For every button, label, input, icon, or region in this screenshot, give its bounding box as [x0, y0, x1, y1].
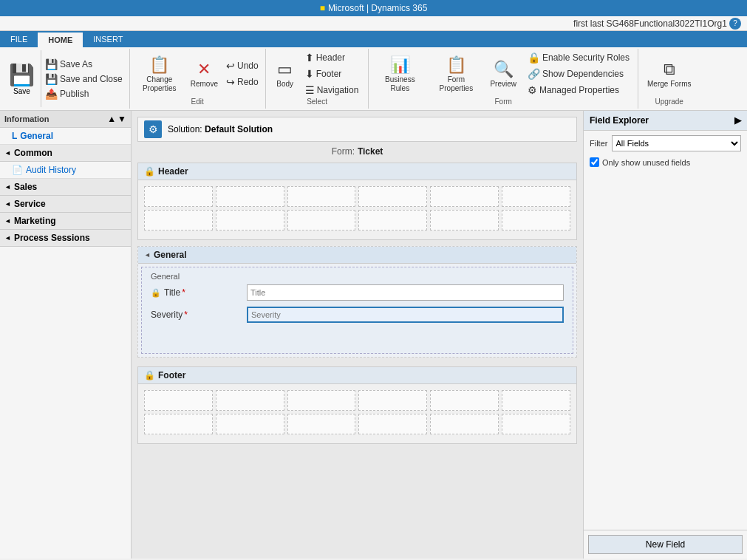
field-explorer-expand-icon[interactable]: ▶ — [734, 115, 741, 126]
managed-properties-button[interactable]: ⚙ Managed Properties — [524, 83, 633, 98]
enable-security-button[interactable]: 🔒 Enable Security Roles — [524, 50, 633, 65]
tab-file[interactable]: FILE — [0, 31, 38, 47]
nav-section-information[interactable]: Information ▲ ▼ — [0, 111, 131, 128]
header-button[interactable]: ⬆ Header — [301, 50, 363, 65]
severity-field-row: Severity * — [145, 304, 570, 325]
new-field-button[interactable]: New Field — [588, 535, 743, 554]
form-properties-button[interactable]: 📋 Form Properties — [429, 53, 482, 95]
nav-section-sales[interactable]: ◄ Sales — [0, 179, 131, 196]
unused-fields-row: Only show unused fields — [584, 156, 747, 171]
preview-button[interactable]: 🔍 Preview — [485, 58, 521, 91]
save-button[interactable]: 💾 Save — [3, 50, 41, 107]
nav-section-information-label: Information — [4, 115, 50, 123]
header-cell-9[interactable] — [287, 210, 356, 231]
footer-section-header: 🔒 Footer — [138, 367, 576, 384]
header-cell-3[interactable] — [287, 186, 356, 207]
nav-section-marketing[interactable]: ◄ Marketing — [0, 213, 131, 230]
footer-button[interactable]: ⬇ Footer — [301, 66, 363, 81]
footer-cell-11[interactable] — [430, 414, 499, 434]
footer-cell-4[interactable] — [358, 390, 427, 411]
header-cell-12[interactable] — [502, 210, 570, 231]
help-icon[interactable]: ? — [729, 18, 741, 30]
header-cell-5[interactable] — [430, 186, 499, 207]
title-field-label: 🔒 Title * — [151, 287, 247, 298]
solution-text: Solution: Default Solution — [168, 124, 273, 134]
filter-label: Filter — [590, 139, 607, 148]
title-input[interactable] — [247, 284, 564, 301]
username: first last — [573, 18, 604, 29]
section-down-arrow: ▼ — [117, 114, 126, 124]
security-icon: 🔒 — [528, 52, 540, 64]
ribbon-tabs: FILE HOME INSERT — [0, 31, 747, 47]
show-dependencies-button[interactable]: 🔗 Show Dependencies — [524, 66, 633, 81]
business-rules-button[interactable]: 📊 Business Rules — [373, 53, 426, 95]
audit-history-icon: 📄 — [12, 165, 23, 175]
footer-cell-2[interactable] — [216, 390, 284, 411]
merge-forms-button[interactable]: ⧉ Merge Forms — [643, 58, 695, 91]
publish-button[interactable]: 📤 Publish — [41, 86, 126, 101]
header-cell-7[interactable] — [144, 210, 213, 231]
edit-group: 📋 Change Properties ✕ Remove ↩ Undo ↪ Re… — [130, 49, 266, 109]
nav-section-common[interactable]: ◄ Common — [0, 145, 131, 162]
body-button[interactable]: ▭ Body — [272, 58, 299, 91]
nav-item-audit-history[interactable]: 📄 Audit History — [0, 162, 131, 179]
save-as-button[interactable]: 💾 Save As — [41, 57, 126, 72]
severity-input[interactable] — [247, 307, 564, 323]
right-panel: Field Explorer ▶ Filter All Fields Only … — [583, 111, 747, 559]
undo-button[interactable]: ↩ Undo — [222, 58, 262, 73]
footer-icon: ⬇ — [305, 68, 314, 80]
header-section-header: 🔒 Header — [138, 163, 576, 180]
footer-cell-8[interactable] — [216, 414, 284, 434]
footer-cell-6[interactable] — [502, 390, 570, 411]
header-row-2 — [144, 210, 570, 231]
managed-props-icon: ⚙ — [528, 84, 537, 96]
tab-insert[interactable]: INSERT — [83, 31, 133, 47]
header-cell-11[interactable] — [430, 210, 499, 231]
footer-cell-12[interactable] — [502, 414, 570, 434]
footer-cell-1[interactable] — [144, 390, 213, 411]
upgrade-group: ⧉ Merge Forms Upgrade — [638, 49, 700, 109]
nav-section-service[interactable]: ◄ Service — [0, 196, 131, 213]
general-spacer — [145, 327, 570, 350]
merge-icon: ⧉ — [664, 60, 675, 79]
field-explorer-title: Field Explorer — [590, 115, 649, 126]
tab-home[interactable]: HOME — [38, 31, 83, 47]
general-subsection: General 🔒 Title * Severity * — [141, 267, 573, 354]
header-cell-4[interactable] — [358, 186, 427, 207]
remove-button[interactable]: ✕ Remove — [186, 58, 222, 91]
footer-cell-7[interactable] — [144, 414, 213, 434]
footer-cell-9[interactable] — [287, 414, 356, 434]
user-bar: first last SG468Functional3022TI1Org1 ? — [0, 16, 747, 31]
footer-cell-3[interactable] — [287, 390, 356, 411]
section-arrows: ▲ ▼ — [107, 114, 126, 124]
save-group: 💾 Save 💾 Save As 💾 Save and Close 📤 Publ… — [0, 49, 130, 109]
service-arrow: ◄ — [4, 200, 11, 208]
header-cell-10[interactable] — [358, 210, 427, 231]
save-and-close-button[interactable]: 💾 Save and Close — [41, 72, 126, 86]
top-bar: ■ Microsoft | Dynamics 365 — [0, 0, 747, 16]
filter-row: Filter All Fields Only Required Custom F… — [584, 131, 747, 156]
publish-icon: 📤 — [45, 88, 58, 100]
nav-section-process-sessions[interactable]: ◄ Process Sessions — [0, 230, 131, 247]
navigation-button[interactable]: ☰ Navigation — [301, 83, 363, 98]
redo-button[interactable]: ↪ Redo — [222, 75, 262, 89]
unused-fields-checkbox[interactable] — [590, 157, 599, 167]
header-cell-8[interactable] — [216, 210, 284, 231]
filter-select[interactable]: All Fields Only Required Custom Fields — [612, 135, 741, 151]
select-group-buttons: ▭ Body ⬆ Header ⬇ Footer ☰ Navigation — [272, 50, 363, 98]
field-explorer-header: Field Explorer ▶ — [584, 111, 747, 131]
header-cell-2[interactable] — [216, 186, 284, 207]
footer-cell-10[interactable] — [358, 414, 427, 434]
unused-fields-label: Only show unused fields — [602, 158, 690, 167]
nav-item-general[interactable]: L General — [0, 128, 131, 145]
select-group: ▭ Body ⬆ Header ⬇ Footer ☰ Navigation Se… — [266, 49, 369, 109]
change-properties-button[interactable]: 📋 Change Properties — [133, 53, 186, 95]
title-lock-icon: 🔒 — [151, 288, 161, 298]
header-cell-1[interactable] — [144, 186, 213, 207]
general-section: ◄ General General 🔒 Title * Se — [137, 246, 577, 358]
footer-cell-5[interactable] — [430, 390, 499, 411]
remove-icon: ✕ — [197, 60, 211, 79]
general-collapse-icon[interactable]: ◄ — [144, 251, 151, 259]
header-cell-6[interactable] — [502, 186, 570, 207]
left-nav: Information ▲ ▼ L General ◄ Common 📄 Aud… — [0, 111, 132, 559]
